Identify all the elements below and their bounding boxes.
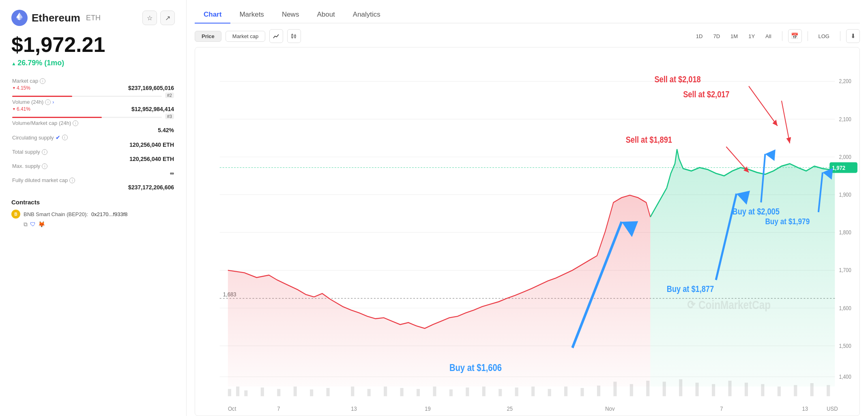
tab-news[interactable]: News xyxy=(273,6,308,24)
sidebar: Ethereum ETH ☆ ↗ $1,972.21 26.79% (1mo) … xyxy=(0,0,187,416)
market-cap-info-icon[interactable]: i xyxy=(40,78,45,84)
svg-rect-46 xyxy=(597,386,600,396)
svg-text:1,700: 1,700 xyxy=(839,267,851,273)
volume-expand-icon[interactable]: › xyxy=(52,99,54,105)
time-btn-1d[interactable]: 1D xyxy=(691,31,708,41)
contract-address: 0x2170...f933f8 xyxy=(91,211,128,217)
svg-rect-38 xyxy=(466,388,469,397)
market-cap-value: $237,169,605,016 xyxy=(128,85,174,91)
volume-rank: #3 xyxy=(165,114,174,119)
max-supply-info-icon[interactable]: i xyxy=(42,163,47,169)
filter-market-cap-button[interactable]: Market cap xyxy=(226,31,265,42)
market-cap-rank: #2 xyxy=(165,92,174,98)
svg-text:25: 25 xyxy=(507,405,513,412)
svg-rect-47 xyxy=(613,382,617,396)
divider xyxy=(782,31,782,41)
svg-text:7: 7 xyxy=(277,405,280,412)
svg-text:Buy at $1,606: Buy at $1,606 xyxy=(449,362,502,373)
circ-supply-value: 120,256,040 ETH xyxy=(129,142,174,148)
candle-chart-icon-button[interactable] xyxy=(287,29,301,43)
svg-text:Sell at $2,018: Sell at $2,018 xyxy=(654,75,700,84)
market-cap-row: Market cap i 4.15% $237,169,605,016 #2 xyxy=(12,78,174,98)
svg-rect-58 xyxy=(794,385,797,396)
verified-icon: ✔ xyxy=(56,134,60,141)
svg-rect-23 xyxy=(228,389,231,396)
svg-text:1,972: 1,972 xyxy=(832,164,845,171)
circ-supply-info-icon[interactable]: i xyxy=(62,135,68,140)
svg-rect-59 xyxy=(810,383,814,396)
chart-tabs: Chart Markets News About Analytics xyxy=(195,6,860,24)
calendar-icon-button[interactable]: 📅 xyxy=(788,29,802,43)
svg-rect-55 xyxy=(745,383,748,396)
star-button[interactable]: ☆ xyxy=(142,11,157,25)
svg-rect-28 xyxy=(294,386,297,396)
max-supply-label: Max. supply xyxy=(12,163,40,169)
svg-text:Buy at $1,877: Buy at $1,877 xyxy=(667,284,714,294)
vol-market-cap-row: Volume/Market cap (24h) i 5.42% xyxy=(12,120,174,133)
fmd-cap-label: Fully diluted market cap xyxy=(12,177,68,183)
svg-rect-35 xyxy=(417,389,420,396)
svg-rect-31 xyxy=(351,386,354,396)
svg-rect-24 xyxy=(236,386,239,396)
svg-rect-36 xyxy=(433,386,436,396)
time-btn-1m[interactable]: 1M xyxy=(726,31,743,41)
svg-rect-5 xyxy=(292,34,293,38)
svg-line-82 xyxy=(749,86,778,126)
svg-rect-39 xyxy=(482,386,486,396)
svg-rect-40 xyxy=(498,389,502,396)
download-icon-button[interactable]: ⬇ xyxy=(846,29,860,43)
vol-market-cap-label: Volume/Market cap (24h) xyxy=(12,120,71,126)
line-chart-icon-button[interactable] xyxy=(269,29,283,43)
tab-chart[interactable]: Chart xyxy=(195,6,230,24)
svg-rect-26 xyxy=(261,388,264,397)
total-supply-info-icon[interactable]: i xyxy=(42,149,47,155)
svg-text:1,800: 1,800 xyxy=(839,229,851,236)
svg-rect-48 xyxy=(630,384,633,396)
price-change: 26.79% (1mo) xyxy=(11,59,175,67)
contracts-title: Contracts xyxy=(11,199,175,206)
fmd-cap-row: Fully diluted market cap i $237,172,206,… xyxy=(12,177,174,191)
chart-svg: 1,683 xyxy=(195,47,859,416)
time-btn-all[interactable]: All xyxy=(761,31,776,41)
tab-about[interactable]: About xyxy=(308,6,344,24)
circ-supply-label: Circulating supply xyxy=(12,135,54,141)
share-button[interactable]: ↗ xyxy=(160,11,175,25)
volume-info-icon[interactable]: i xyxy=(45,99,51,105)
svg-text:13: 13 xyxy=(802,405,808,412)
fox-icon[interactable]: 🦊 xyxy=(38,221,45,228)
stats-table: Market cap i 4.15% $237,169,605,016 #2 V… xyxy=(11,77,175,191)
volume-value: $12,952,984,414 xyxy=(131,106,174,112)
filter-price-button[interactable]: Price xyxy=(195,31,221,42)
svg-rect-42 xyxy=(531,386,535,396)
log-button[interactable]: LOG xyxy=(814,31,834,41)
svg-text:Oct: Oct xyxy=(228,405,236,412)
svg-text:19: 19 xyxy=(425,405,431,412)
svg-text:Sell at $1,891: Sell at $1,891 xyxy=(626,135,672,145)
svg-rect-32 xyxy=(367,389,371,396)
svg-rect-29 xyxy=(310,389,313,396)
shield-icon[interactable]: 🛡 xyxy=(30,221,36,228)
svg-rect-49 xyxy=(646,381,649,396)
tab-analytics[interactable]: Analytics xyxy=(344,6,389,24)
svg-text:7: 7 xyxy=(720,405,723,412)
svg-rect-43 xyxy=(548,389,551,396)
svg-text:1,400: 1,400 xyxy=(839,373,851,380)
time-btn-7d[interactable]: 7D xyxy=(708,31,725,41)
svg-rect-8 xyxy=(294,35,296,37)
svg-rect-56 xyxy=(761,384,764,396)
svg-rect-34 xyxy=(400,388,404,396)
vol-market-cap-info-icon[interactable]: i xyxy=(73,120,78,126)
chart-area: Chart Markets News About Analytics Price… xyxy=(187,0,868,416)
svg-line-84 xyxy=(782,101,790,143)
svg-rect-60 xyxy=(827,385,830,396)
time-buttons: 1D 7D 1M 1Y All xyxy=(691,31,776,41)
time-btn-1y[interactable]: 1Y xyxy=(743,31,760,41)
volume-row: Volume (24h) i › 6.41% $12,952,984,414 #… xyxy=(12,99,174,119)
copy-icon[interactable]: ⧉ xyxy=(24,221,28,228)
bnb-chain-icon: B xyxy=(11,210,20,219)
svg-text:1,500: 1,500 xyxy=(839,343,851,349)
total-supply-label: Total supply xyxy=(12,149,40,155)
chart-controls: Price Market cap 1D 7D 1M 1Y All xyxy=(195,29,860,43)
fmd-cap-info-icon[interactable]: i xyxy=(69,178,75,183)
tab-markets[interactable]: Markets xyxy=(230,6,273,24)
